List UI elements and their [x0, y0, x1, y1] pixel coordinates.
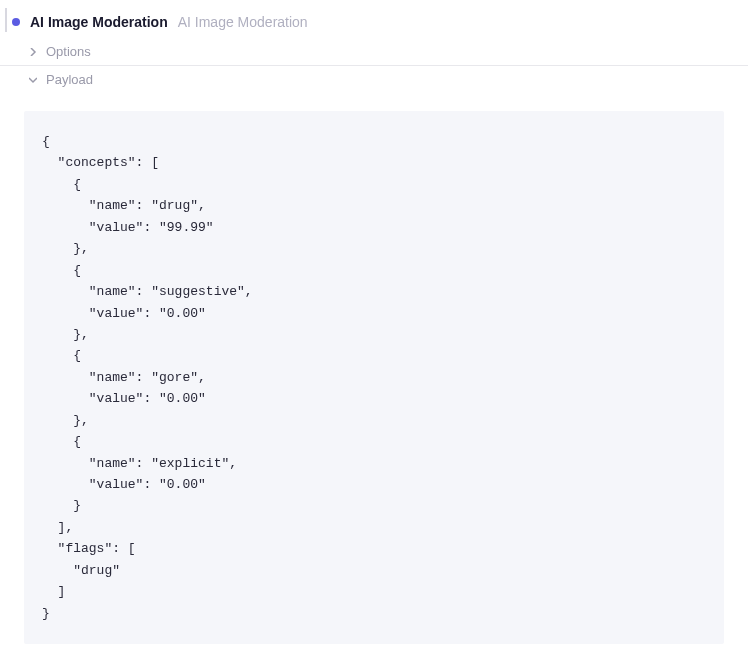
chevron-right-icon — [28, 47, 38, 57]
payload-label: Payload — [46, 72, 93, 87]
page-title-light: AI Image Moderation — [178, 14, 308, 30]
options-label: Options — [46, 44, 91, 59]
left-accent-border — [5, 8, 7, 32]
options-section-toggle[interactable]: Options — [0, 38, 748, 66]
page-title-bold: AI Image Moderation — [30, 14, 168, 30]
chevron-down-icon — [28, 75, 38, 85]
payload-section-toggle[interactable]: Payload — [0, 66, 748, 93]
payload-code-block: { "concepts": [ { "name": "drug", "value… — [24, 111, 724, 644]
header-row: AI Image Moderation AI Image Moderation — [0, 0, 748, 38]
payload-json: { "concepts": [ { "name": "drug", "value… — [42, 131, 706, 624]
bullet-icon — [12, 18, 20, 26]
